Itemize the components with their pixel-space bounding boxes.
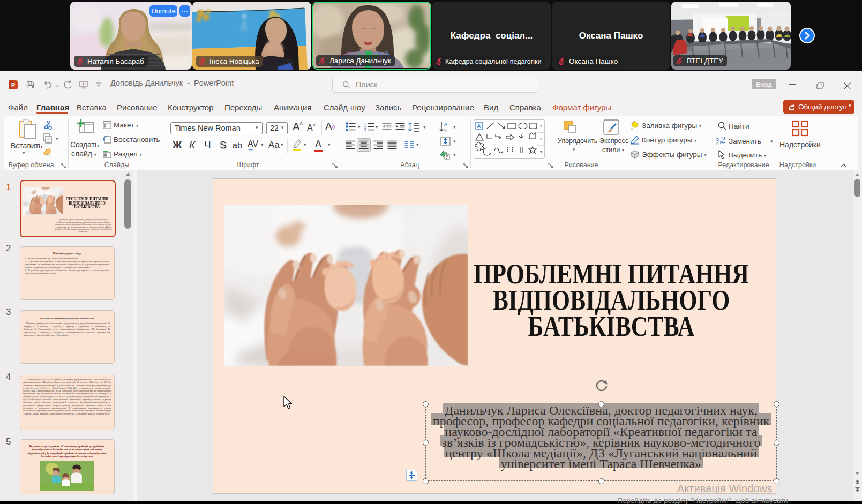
- svg-text:P: P: [11, 82, 16, 88]
- svg-text:c: c: [716, 141, 719, 145]
- svg-text:А: А: [444, 122, 447, 127]
- svg-text:А: А: [477, 123, 481, 129]
- svg-text:3: 3: [364, 129, 366, 131]
- svg-text:Я: Я: [444, 127, 448, 133]
